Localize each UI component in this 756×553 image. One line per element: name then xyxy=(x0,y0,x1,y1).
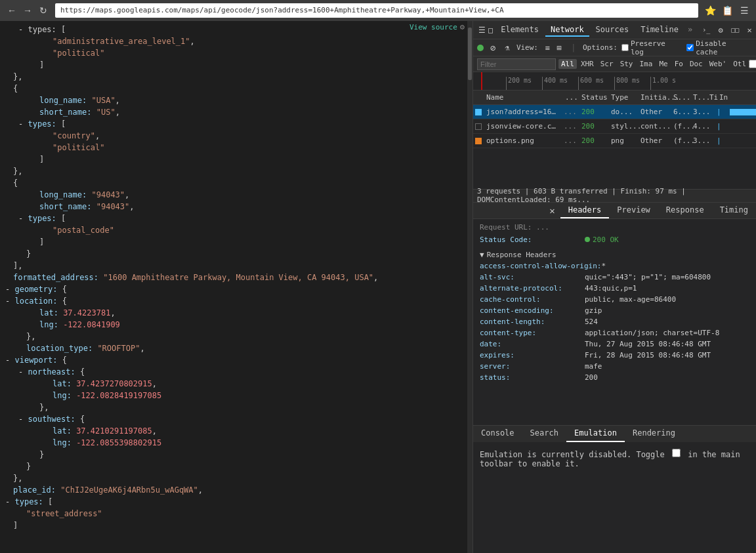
network-row[interactable]: jsonview-core.css ... 200 styl... cont..… xyxy=(473,119,756,134)
browser-chrome: ← → ↻ https://maps.googleapis.com/maps/a… xyxy=(0,0,756,21)
filter-web[interactable]: Web' xyxy=(707,59,730,69)
view-source-link[interactable]: View source xyxy=(410,23,457,31)
details-tab-response[interactable]: Response xyxy=(658,203,712,218)
header-content-type: content-type: application/json; charset=… xyxy=(480,327,749,338)
filter-xhr[interactable]: XHR xyxy=(578,59,597,69)
bookmark-icon[interactable]: ⭐ xyxy=(704,4,717,17)
header-key: alternate-protocol: xyxy=(480,284,585,293)
settings-icon[interactable]: ⚙ xyxy=(460,22,465,31)
header-value: 524 xyxy=(585,317,598,326)
forward-button[interactable]: → xyxy=(21,4,34,17)
filter-doc[interactable]: Doc xyxy=(687,59,705,69)
list-view-icon[interactable]: ≡ xyxy=(542,43,553,53)
json-line: location_type: "ROOFTOP", xyxy=(0,342,472,354)
menu-icon[interactable]: ☰ xyxy=(738,4,751,17)
filter-fo[interactable]: Fo xyxy=(672,59,686,69)
network-toolbar: ⊘ ⚗ View: ≡ ⊞ | Options: Preserve log Di… xyxy=(473,39,756,56)
col-time-header[interactable]: T... xyxy=(690,93,707,102)
preserve-log-checkbox[interactable] xyxy=(621,44,629,51)
json-line: formatted_address: "1600 Amphitheatre Pa… xyxy=(0,272,472,283)
reload-button[interactable]: ↻ xyxy=(37,4,50,17)
dock-icon[interactable]: □□ xyxy=(729,24,741,36)
settings-icon[interactable]: ⚙ xyxy=(715,24,726,36)
back-button[interactable]: ← xyxy=(5,4,18,17)
address-bar[interactable]: https://maps.googleapis.com/maps/api/geo… xyxy=(55,3,698,18)
bottom-tabs: Console Search Emulation Rendering xyxy=(473,425,756,442)
grid-view-icon[interactable]: ⊞ xyxy=(554,43,564,53)
disable-cache-group: Disable cache xyxy=(686,39,752,56)
json-line: lng: -122.0841909 xyxy=(0,319,472,331)
filter-input[interactable] xyxy=(477,58,556,70)
json-line: - types: [ xyxy=(0,213,472,224)
row-checkbox-3 xyxy=(473,138,484,144)
tab-elements[interactable]: Elements xyxy=(495,24,544,37)
details-close-button[interactable]: ✕ xyxy=(544,203,560,218)
header-value: 200 xyxy=(585,373,598,382)
filter-me[interactable]: Me xyxy=(656,59,670,69)
row-dots-1: ... xyxy=(562,108,579,116)
close-devtools-icon[interactable]: ✕ xyxy=(744,24,755,36)
filter-bar: All XHR Scr Sty Ima Me Fo Doc Web' Otl H… xyxy=(473,56,756,72)
json-scroll-thumb[interactable] xyxy=(468,28,472,80)
filter-icon[interactable]: ⚗ xyxy=(502,43,513,53)
bottom-tab-rendering[interactable]: Rendering xyxy=(625,425,683,442)
bottom-tab-console[interactable]: Console xyxy=(473,425,522,442)
network-row[interactable]: json?address=1600+Amphit... ... 200 do..… xyxy=(473,105,756,119)
bottom-tab-search[interactable]: Search xyxy=(522,425,566,442)
header-allow-origin: access-control-allow-origin: * xyxy=(480,260,749,272)
col-in-header[interactable]: In xyxy=(717,93,726,102)
col-status-header[interactable]: Status xyxy=(579,93,608,102)
col-ti-header[interactable]: Ti xyxy=(707,93,717,102)
details-panel: ✕ Headers Preview Response Timing Reques… xyxy=(473,202,756,425)
json-line: place_id: "ChIJ2eUgeAK6j4ARbn5u_wAGqWA", xyxy=(0,484,472,496)
network-table: Name ... Status Type Initia... S... T...… xyxy=(473,91,756,189)
tab-timeline[interactable]: Timeline xyxy=(635,24,684,37)
collapse-triangle[interactable]: ▼ xyxy=(480,251,484,259)
col-initiator-header[interactable]: Initia... xyxy=(638,93,671,102)
tab-network[interactable]: Network xyxy=(545,24,589,37)
preserve-log-label: Preserve log xyxy=(631,39,682,56)
details-tab-preview[interactable]: Preview xyxy=(609,203,658,218)
emulation-toggle[interactable] xyxy=(672,449,681,457)
network-table-header: Name ... Status Type Initia... S... T...… xyxy=(473,91,756,105)
console-drawer-icon[interactable]: ›_ xyxy=(700,24,712,36)
mobile-icon[interactable]: □ xyxy=(488,24,493,36)
row-in-2: | xyxy=(717,122,726,131)
json-line: }, xyxy=(0,331,472,342)
clear-network-icon[interactable]: ⊘ xyxy=(488,43,498,53)
extensions-icon[interactable]: 📋 xyxy=(721,4,734,17)
json-line: "political" xyxy=(0,47,472,59)
network-row[interactable]: options.png ... 200 png Other (f... 3...… xyxy=(473,134,756,148)
devtools-toolbar: ☰ □ Elements Network Sources Timeline » … xyxy=(473,21,756,39)
col-name-header[interactable]: Name xyxy=(484,93,562,102)
filter-scr[interactable]: Scr xyxy=(598,59,616,69)
header-key: status: xyxy=(480,373,585,382)
json-line: } xyxy=(0,449,472,461)
more-tabs-icon[interactable]: » xyxy=(685,24,695,37)
cursor-icon[interactable]: ☰ xyxy=(478,24,486,36)
bottom-tab-emulation[interactable]: Emulation xyxy=(566,425,625,442)
tab-sources[interactable]: Sources xyxy=(591,24,635,37)
filter-all[interactable]: All xyxy=(558,59,577,69)
json-line: ] xyxy=(0,236,472,248)
header-key: content-length: xyxy=(480,317,585,326)
details-tab-headers[interactable]: Headers xyxy=(560,203,610,218)
json-line: - geometry: { xyxy=(0,283,472,295)
row-checkbox-1 xyxy=(473,109,484,115)
header-value: * xyxy=(601,262,606,270)
hide-data-urls-checkbox[interactable] xyxy=(749,60,756,68)
row-waterfall-1 xyxy=(726,105,756,119)
status-code-row: Status Code: 200 OK xyxy=(480,234,749,245)
filter-sty[interactable]: Sty xyxy=(618,59,636,69)
details-tab-timing[interactable]: Timing xyxy=(712,203,756,218)
filter-ima[interactable]: Ima xyxy=(637,59,656,69)
json-line: - types: [ xyxy=(0,24,472,35)
col-size-header[interactable]: S... xyxy=(671,93,690,102)
disable-cache-checkbox[interactable] xyxy=(686,44,694,51)
json-line: - types: [ xyxy=(0,118,472,130)
col-type-header[interactable]: Type xyxy=(608,93,638,102)
timeline-marker-800ms: 800 ms xyxy=(614,77,640,90)
header-key: date: xyxy=(480,340,585,348)
json-line: } xyxy=(0,461,472,472)
filter-otl[interactable]: Otl xyxy=(730,59,749,69)
